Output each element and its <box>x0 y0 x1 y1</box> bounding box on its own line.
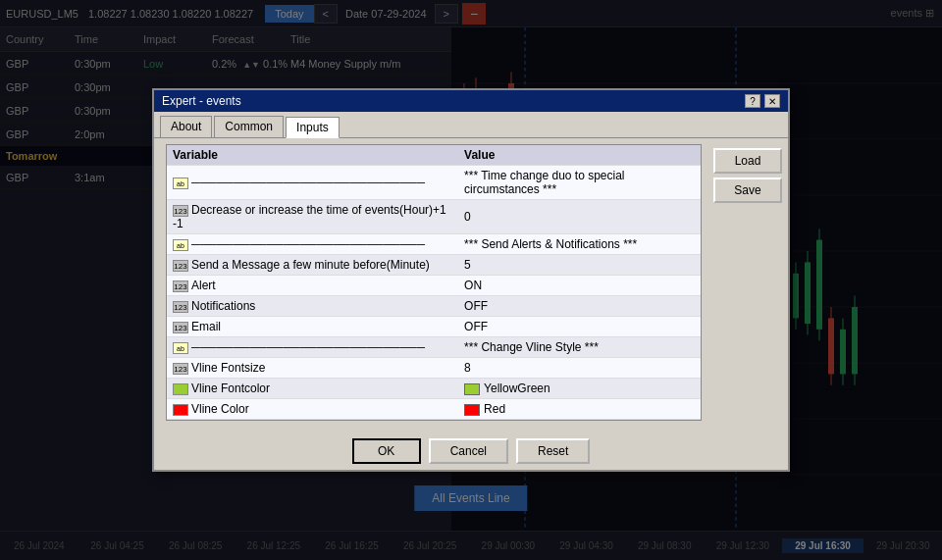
modal-table-container: Variable Value ab───────────────────────… <box>166 144 702 421</box>
var-name: 123Vline Fontsize <box>167 358 458 379</box>
var-name: ab──────────────────────────── <box>167 166 458 200</box>
ab-icon: ab <box>173 239 188 251</box>
table-row: Vline Fontcolor YellowGreen <box>167 379 701 399</box>
vlinecolor-swatch <box>464 404 480 416</box>
var-name: 123Alert <box>167 276 458 296</box>
modal-overlay: Expert - events ? ✕ About Common Inputs … <box>0 0 942 560</box>
ab-icon: ab <box>173 342 188 354</box>
var-value: OFF <box>458 317 701 337</box>
table-row: 123Decrease or increase the time of even… <box>167 200 701 234</box>
var-value: 5 <box>458 255 701 276</box>
tab-common[interactable]: Common <box>214 116 284 137</box>
ok-button[interactable]: OK <box>352 438 421 464</box>
num-icon: 123 <box>173 363 188 375</box>
variables-table: Variable Value ab───────────────────────… <box>167 145 701 420</box>
var-value: ON <box>458 276 701 296</box>
modal-help-button[interactable]: ? <box>745 94 760 108</box>
table-row: ab──────────────────────────── *** Send … <box>167 234 701 255</box>
modal-titlebar: Expert - events ? ✕ <box>154 90 788 112</box>
var-value: YellowGreen <box>458 379 701 399</box>
table-row: ab──────────────────────────── *** Chang… <box>167 337 701 358</box>
var-value: *** Change Vline Style *** <box>458 337 701 358</box>
var-value: Red <box>458 399 701 420</box>
table-row: 123Send a Message a few minute before(Mi… <box>167 255 701 276</box>
var-name: 123Send a Message a few minute before(Mi… <box>167 255 458 276</box>
fontcolor-swatch <box>464 383 480 395</box>
tab-inputs[interactable]: Inputs <box>286 117 340 138</box>
modal-close-button[interactable]: ✕ <box>764 94 780 108</box>
var-name: 123Email <box>167 317 458 337</box>
table-row: ab──────────────────────────── *** Time … <box>167 166 701 200</box>
color-swatch-icon <box>173 404 188 416</box>
modal-controls: ? ✕ <box>745 94 780 108</box>
var-value: *** Send Alerts & Notifications *** <box>458 234 701 255</box>
var-name: Vline Color <box>167 399 458 420</box>
table-row: 123Vline Fontsize 8 <box>167 358 701 379</box>
expert-events-modal: Expert - events ? ✕ About Common Inputs … <box>152 88 790 472</box>
var-value: *** Time change duo to special circumsta… <box>458 166 701 200</box>
modal-tabs: About Common Inputs <box>154 112 788 138</box>
table-row: 123Email OFF <box>167 317 701 337</box>
var-value: 0 <box>458 200 701 234</box>
reset-button[interactable]: Reset <box>516 438 590 464</box>
var-name: ab──────────────────────────── <box>167 234 458 255</box>
load-button[interactable]: Load <box>713 148 782 174</box>
num-icon: 123 <box>173 260 188 272</box>
num-icon: 123 <box>173 301 188 313</box>
modal-title: Expert - events <box>162 94 241 108</box>
col-value: Value <box>458 145 701 166</box>
tab-about[interactable]: About <box>160 116 212 137</box>
save-button[interactable]: Save <box>713 178 782 203</box>
var-name: ab──────────────────────────── <box>167 337 458 358</box>
table-row: 123Alert ON <box>167 276 701 296</box>
var-value: OFF <box>458 296 701 317</box>
col-variable: Variable <box>167 145 458 166</box>
cancel-button[interactable]: Cancel <box>429 438 508 464</box>
var-name: 123Notifications <box>167 296 458 317</box>
num-icon: 123 <box>173 322 188 333</box>
ab-icon: ab <box>173 178 188 189</box>
modal-footer: OK Cancel Reset <box>154 433 788 470</box>
var-name: 123Decrease or increase the time of even… <box>167 200 458 234</box>
color-swatch-icon <box>173 383 188 395</box>
num-icon: 123 <box>173 205 188 217</box>
modal-action-buttons: Load Save <box>713 144 782 427</box>
num-icon: 123 <box>173 280 188 292</box>
var-value: 8 <box>458 358 701 379</box>
var-name: Vline Fontcolor <box>167 379 458 399</box>
table-row: 123Notifications OFF <box>167 296 701 317</box>
table-row: Vline Color Red <box>167 399 701 420</box>
